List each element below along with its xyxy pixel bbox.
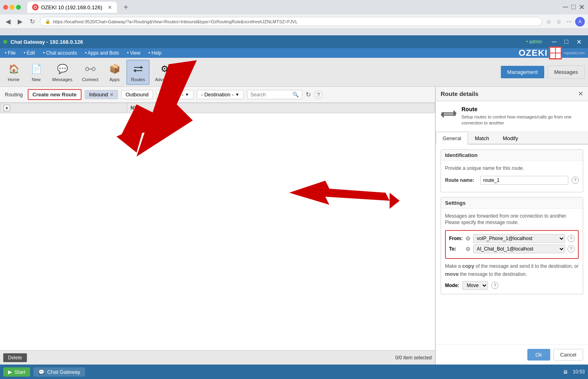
app-close-button[interactable]: ✕ — [573, 37, 585, 47]
content-area: Routing Create new Route Inbound ✕ Outbo… — [0, 87, 588, 365]
new-tab-button[interactable]: + — [120, 2, 131, 13]
browser-min-icon[interactable]: ─ — [563, 3, 568, 12]
mode-help-icon[interactable]: ? — [491, 282, 498, 289]
app-titlebar: Chat Gateway - 192.168.0.126 • admin ─ □… — [0, 35, 588, 48]
toolbar-routes-button[interactable]: Routes — [127, 60, 149, 85]
toolbar-apps-button[interactable]: 📦 Apps — [104, 60, 125, 85]
messages-icon: 💬 — [56, 63, 69, 75]
help-button[interactable]: ? — [314, 90, 323, 99]
ok-button[interactable]: Ok — [527, 349, 550, 361]
settings-section: Settings Messages are forwarded from one… — [441, 197, 583, 295]
destination-filter-button[interactable]: - Destination - ▼ — [197, 90, 244, 99]
route-name-help-icon[interactable]: ? — [572, 177, 579, 184]
dropdown-arrow-icon[interactable]: ▼ — [5, 106, 9, 110]
search-box: 🔍 — [247, 90, 302, 99]
create-route-button[interactable]: Create new Route — [28, 89, 82, 100]
settings-title: Settings — [441, 198, 583, 209]
bookmark-icon[interactable]: ☆ — [545, 17, 553, 26]
management-button[interactable]: Management — [501, 66, 544, 78]
routes-table: ▼ N° — [0, 103, 435, 350]
ozeki-logo: OZEKI myozeki.com — [519, 47, 585, 59]
taskbar-app-button[interactable]: 💬 Chat Gateway — [33, 367, 85, 377]
toolbar-messages-button[interactable]: 💬 Messages — [48, 60, 76, 85]
start-button[interactable]: ▶ Start — [3, 367, 30, 377]
toolbar-advanced-button[interactable]: ⚙ Advanced — [151, 60, 179, 85]
route-name-input[interactable] — [480, 176, 568, 185]
panel-title: Route details — [441, 90, 478, 97]
settings-desc: Messages are forwarded from one connecti… — [445, 213, 579, 226]
menu-help[interactable]: Help — [147, 49, 163, 57]
url-text: https://localhost:9520/Chat+Gateway/?a=R… — [53, 19, 298, 24]
min-control[interactable] — [10, 5, 14, 10]
inbound-filter-button[interactable]: Inbound ✕ — [85, 90, 118, 99]
ozeki-logo-grid — [549, 47, 562, 59]
inbound-close-icon[interactable]: ✕ — [110, 92, 114, 98]
back-button[interactable]: ◀ — [3, 17, 13, 26]
address-bar[interactable]: 🔒 https://localhost:9520/Chat+Gateway/?a… — [40, 17, 542, 26]
menu-apps-bots[interactable]: Apps and Bots — [83, 49, 120, 57]
identification-section: Identification Provide a unique name for… — [441, 149, 583, 192]
toolbar-home-button[interactable]: 🏠 Home — [3, 60, 24, 85]
copy-move-text: Make a copy of the message and send it t… — [445, 262, 579, 278]
copy-bold: copy — [462, 263, 474, 269]
tab-match[interactable]: Match — [468, 132, 496, 145]
identification-body: Provide a unique name for this route. Ro… — [441, 161, 583, 192]
route-details-panel: Route details ✕ Route Setup routes to co… — [435, 87, 588, 365]
tab-modify[interactable]: Modify — [496, 132, 525, 145]
profile-icon[interactable]: A — [575, 17, 585, 26]
from-select[interactable]: voIP_Phone_1@localhost — [473, 234, 565, 243]
home-icon: 🏠 — [7, 63, 20, 75]
inbound-label: Inbound — [89, 92, 108, 98]
panel-header: Route details ✕ — [436, 87, 588, 101]
messages-tab-button[interactable]: Messages — [547, 65, 585, 79]
max-control[interactable] — [16, 5, 21, 10]
toolbar-new-button[interactable]: 📄 New — [26, 60, 47, 85]
select-all-checkbox[interactable]: ▼ — [4, 105, 10, 111]
ozeki-sub-text: myozeki.com — [564, 51, 585, 55]
panel-close-button[interactable]: ✕ — [578, 90, 583, 98]
settings-body: Messages are forwarded from one connecti… — [441, 209, 583, 294]
menu-view[interactable]: View — [125, 49, 142, 57]
ozeki-logo-text: OZEKI — [519, 48, 547, 58]
tab-general[interactable]: General — [436, 132, 468, 145]
start-label: Start — [14, 369, 25, 375]
browser-tab[interactable]: O OZEKI 10 (192.168.0.126) ✕ — [27, 2, 117, 13]
from-help-icon[interactable]: ? — [568, 235, 575, 242]
browser-close-icon[interactable]: ✕ — [579, 3, 585, 12]
more-options-icon[interactable]: ⋯ — [565, 17, 574, 26]
app-max-button[interactable]: □ — [561, 37, 572, 47]
toolbar-routes-label: Routes — [131, 77, 145, 82]
to-select[interactable]: AI_Chat_Bot_1@localhost — [473, 245, 565, 253]
refresh-button[interactable]: ↻ — [306, 91, 311, 98]
app-title-area: Chat Gateway - 192.168.0.126 — [3, 39, 83, 45]
table-header-n: N° — [127, 103, 435, 113]
tab-close-icon[interactable]: ✕ — [108, 4, 112, 10]
browser-nav: ◀ ▶ ↻ 🔒 https://localhost:9520/Chat+Gate… — [0, 14, 588, 29]
menu-file[interactable]: File — [3, 49, 17, 57]
bookmark-manager-icon[interactable]: ☆ — [555, 17, 563, 26]
menu-chat-accounts[interactable]: Chat accounts — [41, 49, 78, 57]
menubar: File Edit Chat accounts Apps and Bots Vi… — [0, 48, 588, 58]
toolbar-connect-button[interactable]: Connect — [78, 60, 102, 85]
cancel-button[interactable]: Cancel — [553, 349, 583, 361]
outbound-filter-button[interactable]: Outbound — [121, 90, 153, 99]
close-control[interactable] — [3, 5, 8, 10]
app-min-button[interactable]: ─ — [549, 37, 559, 47]
taskbar: ▶ Start 💬 Chat Gateway 🖥 10:53 — [0, 365, 588, 379]
reload-button[interactable]: ↻ — [27, 17, 37, 26]
menu-edit[interactable]: Edit — [22, 49, 37, 57]
browser-max-icon[interactable]: □ — [571, 3, 576, 12]
delete-button[interactable]: Delete — [3, 353, 27, 362]
source-filter-button[interactable]: - Source - ▼ — [156, 90, 194, 99]
forward-button[interactable]: ▶ — [15, 17, 25, 26]
toolbar-new-label: New — [32, 77, 41, 82]
tab-favicon: O — [32, 4, 39, 10]
search-input[interactable] — [251, 92, 291, 98]
toolbar-buttons: 🏠 Home 📄 New 💬 Messages Conn — [3, 60, 179, 85]
panel-footer: Ok Cancel — [436, 344, 588, 365]
mode-select[interactable]: Move Copy — [462, 281, 488, 290]
svg-point-1 — [92, 67, 95, 71]
browser-chrome: O OZEKI 10 (192.168.0.126) ✕ + ─ □ ✕ ◀ ▶… — [0, 0, 588, 35]
to-help-icon[interactable]: ? — [568, 245, 575, 253]
search-button[interactable]: 🔍 — [292, 92, 299, 98]
